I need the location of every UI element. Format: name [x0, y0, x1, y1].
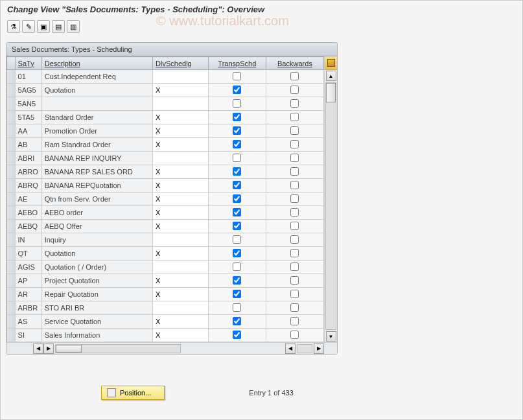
transpschd-checkbox[interactable] — [233, 167, 241, 176]
transpschd-checkbox[interactable] — [233, 154, 241, 162]
backwards-checkbox[interactable] — [290, 208, 299, 216]
backwards-checkbox[interactable] — [290, 235, 299, 244]
cell-saty[interactable]: AA — [15, 124, 41, 138]
cell-saty[interactable]: QT — [15, 247, 41, 261]
toolbar-btn-4[interactable]: ▤ — [52, 20, 65, 33]
backwards-checkbox[interactable] — [290, 290, 299, 298]
row-selector[interactable] — [7, 97, 16, 111]
row-selector[interactable] — [7, 315, 16, 329]
cell-description[interactable]: Project Quotation — [41, 274, 152, 288]
col-header-saty[interactable]: SaTy — [15, 57, 41, 70]
cell-description[interactable]: BANANA REP SALES ORD — [41, 165, 152, 179]
row-selector[interactable] — [7, 247, 16, 261]
backwards-checkbox[interactable] — [290, 154, 299, 162]
backwards-checkbox[interactable] — [290, 249, 299, 257]
position-button[interactable]: Position... — [101, 386, 165, 400]
cell-description[interactable]: BANANA REPQuotation — [41, 179, 152, 192]
transpschd-checkbox[interactable] — [233, 290, 241, 298]
cell-dlvschedlg[interactable] — [153, 152, 209, 165]
row-selector[interactable] — [7, 111, 16, 124]
row-selector[interactable] — [7, 301, 16, 315]
row-selector[interactable] — [7, 138, 16, 152]
cell-dlvschedlg[interactable]: X — [153, 288, 209, 301]
transpschd-checkbox[interactable] — [233, 303, 241, 312]
transpschd-checkbox[interactable] — [233, 208, 241, 216]
backwards-checkbox[interactable] — [290, 222, 299, 230]
hscroll-left-button[interactable]: ◀ — [33, 344, 43, 354]
backwards-checkbox[interactable] — [290, 317, 299, 325]
cell-saty[interactable]: ABRO — [15, 165, 41, 179]
hscroll-right-button-2[interactable]: ▶ — [314, 344, 324, 354]
transpschd-checkbox[interactable] — [233, 331, 241, 339]
row-selector[interactable] — [7, 70, 16, 84]
row-selector[interactable] — [7, 179, 16, 192]
cell-saty[interactable]: AR — [15, 288, 41, 301]
transpschd-checkbox[interactable] — [233, 276, 241, 285]
transpschd-checkbox[interactable] — [233, 99, 241, 108]
toolbar-btn-3[interactable]: ▣ — [37, 20, 50, 33]
cell-description[interactable]: Service Quotation — [41, 315, 152, 329]
cell-dlvschedlg[interactable]: X — [153, 165, 209, 179]
toolbar-btn-2[interactable]: ✎ — [22, 20, 35, 33]
cell-saty[interactable]: 5AN5 — [15, 97, 41, 111]
row-selector[interactable] — [7, 84, 16, 97]
cell-dlvschedlg[interactable]: X — [153, 274, 209, 288]
cell-dlvschedlg[interactable] — [153, 97, 209, 111]
transpschd-checkbox[interactable] — [233, 222, 241, 230]
col-header-backwards[interactable]: Backwards — [266, 57, 323, 70]
toolbar-btn-1[interactable]: ⚗ — [7, 20, 20, 33]
cell-saty[interactable]: SI — [15, 329, 41, 342]
cell-saty[interactable]: ARBR — [15, 301, 41, 315]
row-selector[interactable] — [7, 165, 16, 179]
row-selector[interactable] — [7, 124, 16, 138]
cell-description[interactable]: AEBQ Offer — [41, 220, 152, 233]
cell-description[interactable]: Quotation — [41, 247, 152, 261]
cell-saty[interactable]: AS — [15, 315, 41, 329]
table-config-button[interactable] — [325, 56, 337, 70]
col-header-transpschd[interactable]: TranspSchd — [208, 57, 266, 70]
row-selector[interactable] — [7, 288, 16, 301]
scroll-down-button[interactable]: ▼ — [326, 331, 336, 342]
transpschd-checkbox[interactable] — [233, 235, 241, 244]
row-selector[interactable] — [7, 152, 16, 165]
cell-description[interactable]: Cust.Independent Req — [41, 70, 152, 84]
col-header-dlvschedlg[interactable]: DlvSchedlg — [153, 57, 209, 70]
row-selector[interactable] — [7, 274, 16, 288]
backwards-checkbox[interactable] — [290, 331, 299, 339]
scroll-track[interactable] — [325, 82, 336, 330]
toolbar-btn-5[interactable]: ▥ — [67, 20, 80, 33]
backwards-checkbox[interactable] — [290, 99, 299, 108]
cell-dlvschedlg[interactable]: X — [153, 247, 209, 261]
row-selector[interactable] — [7, 220, 16, 233]
hscroll-thumb-left[interactable] — [56, 345, 82, 353]
backwards-checkbox[interactable] — [290, 194, 299, 203]
cell-dlvschedlg[interactable]: X — [153, 329, 209, 342]
cell-saty[interactable]: 5TA5 — [15, 111, 41, 124]
cell-dlvschedlg[interactable]: X — [153, 124, 209, 138]
col-header-description[interactable]: Description — [41, 57, 152, 70]
row-selector[interactable] — [7, 261, 16, 274]
cell-dlvschedlg[interactable]: X — [153, 206, 209, 220]
cell-saty[interactable]: AP — [15, 274, 41, 288]
row-selector[interactable] — [7, 329, 16, 342]
cell-saty[interactable]: ABRQ — [15, 179, 41, 192]
backwards-checkbox[interactable] — [290, 72, 299, 80]
cell-description[interactable]: Standard Order — [41, 111, 152, 124]
cell-dlvschedlg[interactable] — [153, 233, 209, 247]
hscroll-track-left[interactable] — [55, 344, 181, 353]
cell-description[interactable] — [41, 97, 152, 111]
cell-dlvschedlg[interactable]: X — [153, 84, 209, 97]
row-selector[interactable] — [7, 192, 16, 206]
scroll-up-button[interactable]: ▲ — [326, 71, 336, 81]
transpschd-checkbox[interactable] — [233, 72, 241, 80]
cell-saty[interactable]: IN — [15, 233, 41, 247]
cell-saty[interactable]: 5AG5 — [15, 84, 41, 97]
col-selector[interactable] — [7, 57, 16, 70]
cell-description[interactable]: Quotation ( / Order) — [41, 261, 152, 274]
backwards-checkbox[interactable] — [290, 181, 299, 189]
transpschd-checkbox[interactable] — [233, 86, 241, 94]
cell-description[interactable]: Repair Quotation — [41, 288, 152, 301]
cell-description[interactable]: Qtn from Serv. Order — [41, 192, 152, 206]
cell-dlvschedlg[interactable]: X — [153, 192, 209, 206]
cell-dlvschedlg[interactable]: X — [153, 179, 209, 192]
